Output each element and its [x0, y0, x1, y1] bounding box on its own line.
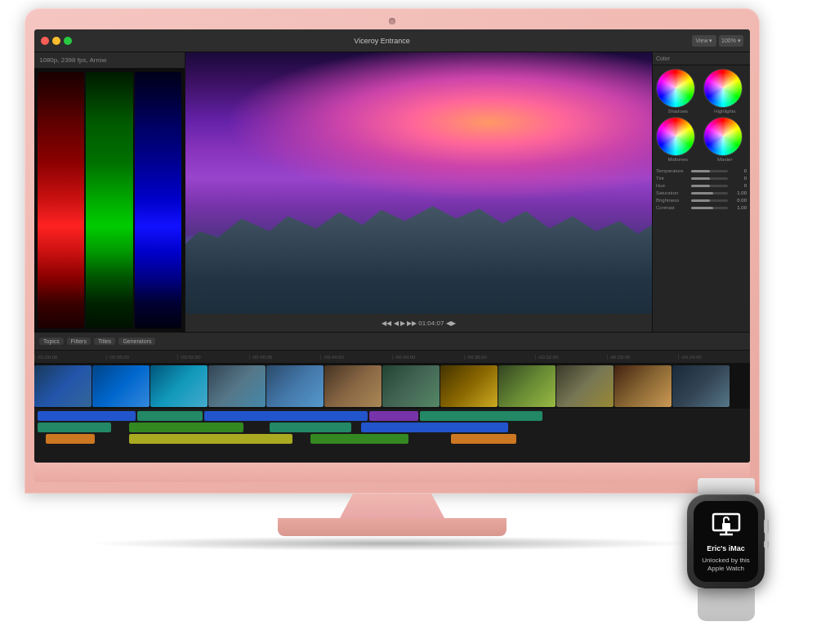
waveform-panel: 1080p, 2398 fps, Arrow	[34, 52, 185, 332]
brightness-slider[interactable]	[691, 199, 728, 202]
thumbnail-strip	[34, 364, 750, 409]
imac: Viceroy Entrance View ▾ 100% ▾ 1080p, 23…	[25, 8, 760, 551]
wheel-master[interactable]	[703, 117, 743, 156]
clip-2[interactable]	[137, 411, 203, 421]
clip-10[interactable]	[46, 434, 95, 444]
wheel-midtones[interactable]	[656, 117, 695, 156]
svg-rect-3	[722, 523, 730, 530]
clip-3[interactable]	[204, 411, 368, 421]
ruler-mark-10: -00:24:00	[678, 355, 750, 360]
resolution-btn[interactable]: 100% ▾	[719, 35, 743, 47]
fcp-toolbar: Viceroy Entrance View ▾ 100% ▾	[34, 29, 750, 52]
ruler-mark-9: -00:28:00	[607, 355, 679, 360]
preview-image	[185, 52, 652, 332]
watch-notification-text: Unlocked by thisApple Watch	[702, 557, 750, 574]
clip-1[interactable]	[38, 411, 136, 421]
color-wheels: Shadows Highlights Midtones	[653, 65, 750, 165]
titles-btn[interactable]: Titles	[94, 338, 115, 345]
tint-value: 0	[730, 176, 747, 181]
imac-bezel: Viceroy Entrance View ▾ 100% ▾ 1080p, 23…	[25, 8, 760, 494]
hue-value: 0	[730, 183, 747, 188]
watch-device-name: Eric's iMac	[707, 544, 745, 553]
thumb-6	[324, 365, 382, 407]
wheel-highlights[interactable]	[703, 69, 743, 108]
rocks-foreground	[185, 206, 652, 332]
imac-screen: Viceroy Entrance View ▾ 100% ▾ 1080p, 23…	[34, 29, 750, 463]
hue-row: Hue 0	[656, 183, 747, 188]
brightness-row: Brightness 0.00	[656, 198, 747, 203]
unlock-icon	[712, 509, 741, 539]
clip-5[interactable]	[420, 411, 542, 421]
contrast-label: Contrast	[656, 205, 689, 210]
watch-screen: Eric's iMac Unlocked by thisApple Watch	[694, 501, 758, 582]
tint-slider[interactable]	[691, 177, 728, 180]
preview-panel: ◀◀ ◀ ▶ ▶▶ 01:04:07 ◀▶	[185, 52, 652, 332]
thumb-2	[92, 365, 149, 407]
temperature-slider[interactable]	[691, 170, 728, 172]
thumb-8	[440, 365, 498, 407]
preview-controls: ◀◀ ◀ ▶ ▶▶ 01:04:07 ◀▶	[185, 314, 652, 332]
color-sliders: Temperature 0 Tint	[653, 165, 750, 213]
color-wheel-midtones[interactable]: Midtones	[656, 117, 700, 162]
watch-side-button	[764, 540, 769, 548]
facetime-camera	[389, 18, 395, 25]
color-wheel-shadows[interactable]: Shadows	[656, 69, 700, 114]
fcp-main: 1080p, 2398 fps, Arrow	[34, 52, 750, 332]
thumb-3	[150, 365, 208, 407]
thumb-11	[614, 365, 672, 407]
wheel-shadows-label: Shadows	[656, 109, 700, 114]
wheel-highlights-label: Highlights	[703, 109, 747, 114]
timecode: ◀◀ ◀ ▶ ▶▶ 01:04:07 ◀▶	[382, 320, 455, 327]
clip-4[interactable]	[369, 411, 418, 421]
contrast-slider[interactable]	[691, 207, 728, 209]
track-row-3	[34, 434, 750, 444]
clip-9[interactable]	[361, 423, 508, 432]
thumb-5	[266, 365, 324, 407]
thumb-1	[34, 365, 91, 407]
watch-band-bottom	[698, 588, 755, 621]
waveform-green	[86, 72, 132, 329]
thumb-10	[556, 365, 614, 407]
generators-btn[interactable]: Generators	[118, 338, 155, 345]
minimize-button[interactable]	[52, 37, 60, 45]
imac-stand	[25, 494, 760, 536]
color-panel-title: Color	[656, 56, 670, 61]
contrast-value: 1.00	[730, 205, 747, 210]
temperature-row: Temperature 0	[656, 168, 747, 173]
imac-chin	[34, 463, 750, 482]
hue-slider[interactable]	[691, 185, 728, 187]
clip-6[interactable]	[38, 423, 111, 432]
topics-btn[interactable]: Topics	[39, 338, 64, 345]
clip-13[interactable]	[451, 434, 516, 444]
clip-11[interactable]	[129, 434, 292, 444]
thumb-12	[672, 365, 730, 407]
hue-label: Hue	[656, 183, 689, 188]
brightness-label: Brightness	[656, 198, 689, 203]
ruler-mark-4: -00:48:00	[249, 355, 321, 360]
ruler-mark-5: -00:44:00	[320, 355, 392, 360]
clip-8[interactable]	[270, 423, 351, 432]
color-wheel-master[interactable]: Master	[703, 117, 747, 162]
clip-12[interactable]	[310, 434, 408, 444]
maximize-button[interactable]	[64, 37, 72, 45]
temperature-value: 0	[730, 168, 747, 173]
stand-neck	[327, 494, 457, 518]
tint-row: Tint 0	[656, 176, 747, 181]
saturation-row: Saturation 1.00	[656, 190, 747, 195]
clip-7[interactable]	[129, 423, 243, 432]
saturation-slider[interactable]	[691, 192, 728, 195]
ruler-mark-7: -00:36:00	[464, 355, 536, 360]
toolbar-right: View ▾ 100% ▾	[692, 35, 743, 47]
track-bars	[34, 409, 750, 446]
temperature-label: Temperature	[656, 168, 689, 173]
wheel-master-label: Master	[703, 157, 747, 162]
color-wheel-highlights[interactable]: Highlights	[703, 69, 747, 114]
color-panel-header: Color	[653, 52, 750, 65]
view-btn[interactable]: View ▾	[692, 35, 716, 47]
timeline-tracks	[34, 364, 750, 463]
watch-band-top	[698, 478, 755, 494]
stand-base	[278, 518, 506, 536]
filters-btn[interactable]: Filters	[67, 338, 91, 345]
close-button[interactable]	[41, 37, 49, 45]
wheel-shadows[interactable]	[656, 69, 695, 108]
